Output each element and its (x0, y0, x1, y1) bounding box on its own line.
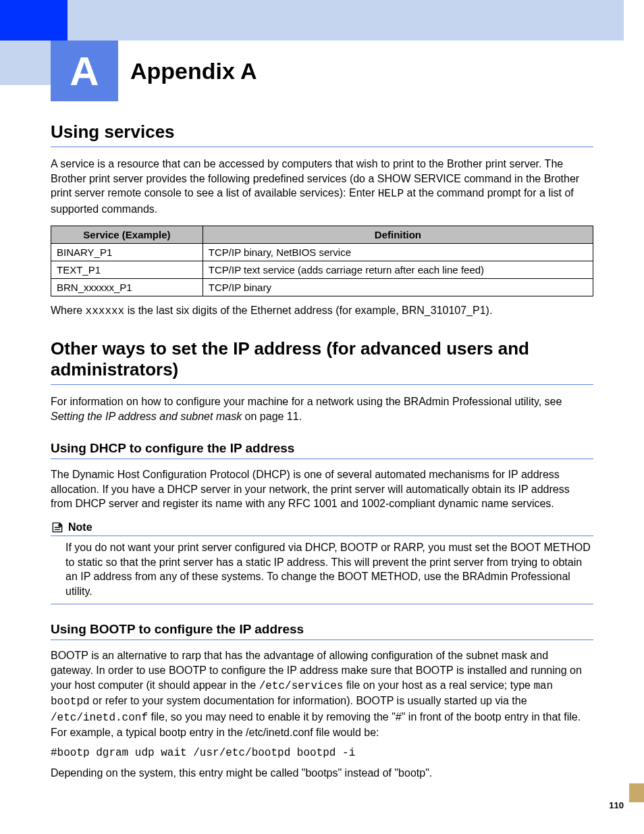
bootp-p1c: or refer to your system documentation fo… (90, 695, 527, 706)
table-cell: TCP/IP binary, NetBIOS service (203, 244, 593, 261)
bootp-code1: /etc/services (259, 680, 344, 692)
table-head-service: Service (Example) (51, 226, 203, 244)
subsection-title-dhcp: Using DHCP to configure the IP address (51, 441, 593, 459)
bootp-para1: BOOTP is an alternative to rarp that has… (51, 648, 593, 740)
services-intro-code: HELP (378, 188, 404, 200)
table-cell: TEXT_P1 (51, 261, 203, 279)
table-row: BINARY_P1 TCP/IP binary, NetBIOS service (51, 244, 593, 261)
header-blue-block (0, 0, 68, 41)
services-footnote: Where xxxxxx is the last six digits of t… (51, 303, 593, 319)
table-cell: TCP/IP text service (adds carriage retur… (203, 261, 593, 279)
services-table: Service (Example) Definition BINARY_P1 T… (51, 226, 593, 296)
services-intro: A service is a resource that can be acce… (51, 157, 593, 216)
footnote-b: is the last six digits of the Ethernet a… (124, 305, 492, 316)
right-side-tab (629, 783, 644, 802)
chapter-title: Appendix A (130, 58, 257, 84)
section-title-otherways: Other ways to set the IP address (for ad… (51, 338, 593, 385)
header-bar (0, 0, 644, 41)
table-row: TEXT_P1 TCP/IP text service (adds carria… (51, 261, 593, 279)
note-header: Note (51, 521, 593, 536)
table-row: BRN_xxxxxx_P1 TCP/IP binary (51, 279, 593, 296)
section-title-services: Using services (51, 122, 593, 147)
note-label: Note (68, 521, 92, 533)
table-cell: TCP/IP binary (203, 279, 593, 296)
page-number: 110 (0, 800, 624, 810)
note-box: Note If you do not want your print serve… (51, 521, 593, 604)
note-icon (51, 521, 64, 534)
table-cell: BRN_xxxxxx_P1 (51, 279, 203, 296)
table-head-definition: Definition (203, 226, 593, 244)
note-body: If you do not want your print server con… (51, 536, 593, 604)
dhcp-para: The Dynamic Host Configuration Protocol … (51, 467, 593, 511)
otherways-para-b: on page 11. (242, 411, 302, 422)
otherways-link: Setting the IP address and subnet mask (51, 411, 242, 422)
footnote-code: xxxxxx (86, 305, 125, 317)
bootp-p1b: file on your host as a real service; typ… (343, 679, 533, 691)
table-cell: BINARY_P1 (51, 244, 203, 261)
bootp-code3: /etc/inetd.conf (51, 712, 148, 724)
otherways-para: For information on how to configure your… (51, 394, 593, 423)
bootp-codeblock: #bootp dgram udp wait /usr/etc/bootpd bo… (51, 747, 593, 759)
chapter-header: A Appendix A (0, 41, 644, 101)
subsection-title-bootp: Using BOOTP to configure the IP address (51, 622, 593, 640)
chapter-letter-badge: A (51, 41, 118, 101)
left-side-stripe (0, 41, 51, 85)
header-light-block (68, 0, 624, 41)
bootp-para2: Depending on the system, this entry migh… (51, 766, 593, 781)
footnote-a: Where (51, 305, 86, 316)
otherways-para-a: For information on how to configure your… (51, 396, 562, 407)
